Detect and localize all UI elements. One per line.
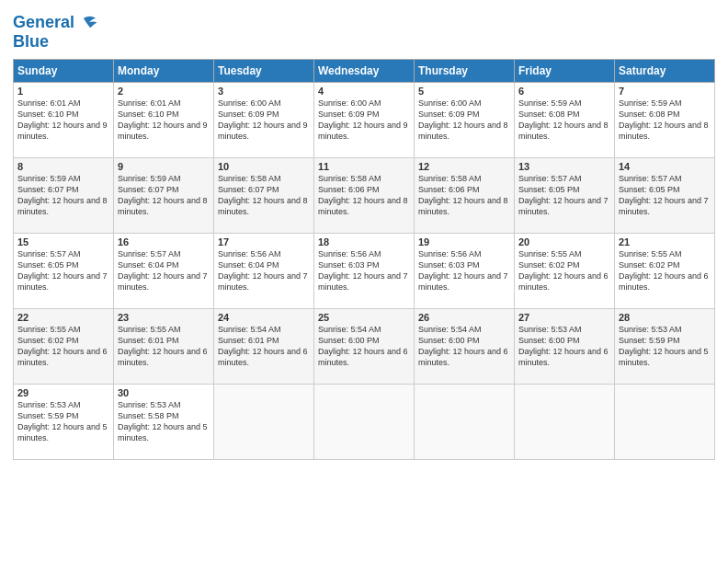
calendar-cell: 4 Sunrise: 6:00 AM Sunset: 6:09 PM Dayli… bbox=[314, 82, 415, 157]
cell-info: Sunrise: 6:00 AM Sunset: 6:09 PM Dayligh… bbox=[418, 98, 510, 143]
calendar-cell bbox=[415, 384, 515, 459]
cell-info: Sunrise: 5:53 AM Sunset: 5:59 PM Dayligh… bbox=[619, 324, 711, 369]
cell-info: Sunrise: 5:59 AM Sunset: 6:08 PM Dayligh… bbox=[619, 98, 711, 143]
day-number: 18 bbox=[318, 236, 410, 247]
day-number: 15 bbox=[17, 236, 109, 247]
cell-info: Sunrise: 5:58 AM Sunset: 6:06 PM Dayligh… bbox=[318, 173, 410, 218]
calendar-cell: 7 Sunrise: 5:59 AM Sunset: 6:08 PM Dayli… bbox=[615, 82, 715, 157]
day-number: 22 bbox=[17, 312, 109, 323]
calendar-cell: 13 Sunrise: 5:57 AM Sunset: 6:05 PM Dayl… bbox=[515, 157, 615, 233]
day-number: 5 bbox=[418, 86, 510, 97]
calendar-cell: 30 Sunrise: 5:53 AM Sunset: 5:58 PM Dayl… bbox=[114, 384, 214, 459]
calendar-cell: 15 Sunrise: 5:57 AM Sunset: 6:05 PM Dayl… bbox=[14, 233, 114, 308]
cell-info: Sunrise: 5:58 AM Sunset: 6:07 PM Dayligh… bbox=[218, 173, 310, 218]
calendar-cell: 16 Sunrise: 5:57 AM Sunset: 6:04 PM Dayl… bbox=[114, 233, 214, 308]
calendar-cell: 24 Sunrise: 5:54 AM Sunset: 6:01 PM Dayl… bbox=[214, 308, 314, 384]
cell-info: Sunrise: 5:59 AM Sunset: 6:07 PM Dayligh… bbox=[17, 173, 109, 218]
day-number: 4 bbox=[318, 86, 410, 97]
calendar-table: SundayMondayTuesdayWednesdayThursdayFrid… bbox=[13, 59, 715, 460]
day-header-sunday: Sunday bbox=[14, 59, 114, 82]
day-number: 19 bbox=[418, 236, 510, 247]
cell-info: Sunrise: 5:53 AM Sunset: 5:58 PM Dayligh… bbox=[118, 399, 210, 444]
logo-bird-icon bbox=[78, 13, 98, 33]
day-number: 26 bbox=[418, 312, 510, 323]
calendar-cell: 9 Sunrise: 5:59 AM Sunset: 6:07 PM Dayli… bbox=[114, 157, 214, 233]
cell-info: Sunrise: 6:01 AM Sunset: 6:10 PM Dayligh… bbox=[118, 98, 210, 143]
cell-info: Sunrise: 5:54 AM Sunset: 6:01 PM Dayligh… bbox=[218, 324, 310, 369]
calendar-cell: 18 Sunrise: 5:56 AM Sunset: 6:03 PM Dayl… bbox=[314, 233, 415, 308]
calendar-cell: 26 Sunrise: 5:54 AM Sunset: 6:00 PM Dayl… bbox=[415, 308, 515, 384]
cell-info: Sunrise: 6:01 AM Sunset: 6:10 PM Dayligh… bbox=[17, 98, 109, 143]
calendar-week-row: 8 Sunrise: 5:59 AM Sunset: 6:07 PM Dayli… bbox=[14, 157, 715, 233]
calendar-cell: 14 Sunrise: 5:57 AM Sunset: 6:05 PM Dayl… bbox=[615, 157, 715, 233]
day-header-wednesday: Wednesday bbox=[314, 59, 415, 82]
day-number: 2 bbox=[118, 86, 210, 97]
cell-info: Sunrise: 5:57 AM Sunset: 6:05 PM Dayligh… bbox=[17, 248, 109, 293]
calendar-cell: 19 Sunrise: 5:56 AM Sunset: 6:03 PM Dayl… bbox=[415, 233, 515, 308]
cell-info: Sunrise: 5:57 AM Sunset: 6:04 PM Dayligh… bbox=[118, 248, 210, 293]
calendar-cell: 28 Sunrise: 5:53 AM Sunset: 5:59 PM Dayl… bbox=[615, 308, 715, 384]
day-number: 1 bbox=[17, 86, 109, 97]
calendar-cell: 3 Sunrise: 6:00 AM Sunset: 6:09 PM Dayli… bbox=[214, 82, 314, 157]
day-number: 24 bbox=[218, 312, 310, 323]
cell-info: Sunrise: 6:00 AM Sunset: 6:09 PM Dayligh… bbox=[218, 98, 310, 143]
calendar-cell bbox=[214, 384, 314, 459]
day-number: 25 bbox=[318, 312, 410, 323]
cell-info: Sunrise: 5:55 AM Sunset: 6:02 PM Dayligh… bbox=[17, 324, 109, 369]
cell-info: Sunrise: 5:57 AM Sunset: 6:05 PM Dayligh… bbox=[619, 173, 711, 218]
calendar-cell: 11 Sunrise: 5:58 AM Sunset: 6:06 PM Dayl… bbox=[314, 157, 415, 233]
calendar-week-row: 15 Sunrise: 5:57 AM Sunset: 6:05 PM Dayl… bbox=[14, 233, 715, 308]
calendar-cell bbox=[515, 384, 615, 459]
cell-info: Sunrise: 5:58 AM Sunset: 6:06 PM Dayligh… bbox=[418, 173, 510, 218]
day-number: 29 bbox=[17, 387, 109, 398]
day-number: 20 bbox=[518, 236, 610, 247]
cell-info: Sunrise: 5:54 AM Sunset: 6:00 PM Dayligh… bbox=[318, 324, 410, 369]
calendar-header-row: SundayMondayTuesdayWednesdayThursdayFrid… bbox=[14, 59, 715, 82]
day-header-thursday: Thursday bbox=[415, 59, 515, 82]
calendar-cell: 12 Sunrise: 5:58 AM Sunset: 6:06 PM Dayl… bbox=[415, 157, 515, 233]
logo-text-general: General bbox=[13, 14, 74, 32]
calendar-cell: 23 Sunrise: 5:55 AM Sunset: 6:01 PM Dayl… bbox=[114, 308, 214, 384]
cell-info: Sunrise: 5:56 AM Sunset: 6:04 PM Dayligh… bbox=[218, 248, 310, 293]
day-number: 23 bbox=[118, 312, 210, 323]
day-header-saturday: Saturday bbox=[615, 59, 715, 82]
cell-info: Sunrise: 5:55 AM Sunset: 6:02 PM Dayligh… bbox=[518, 248, 610, 293]
day-header-tuesday: Tuesday bbox=[214, 59, 314, 82]
cell-info: Sunrise: 5:53 AM Sunset: 6:00 PM Dayligh… bbox=[518, 324, 610, 369]
cell-info: Sunrise: 5:55 AM Sunset: 6:02 PM Dayligh… bbox=[619, 248, 711, 293]
day-number: 3 bbox=[218, 86, 310, 97]
day-number: 28 bbox=[619, 312, 711, 323]
calendar-page: General Blue SundayMondayTuesdayWednesda… bbox=[0, 0, 728, 563]
calendar-cell: 25 Sunrise: 5:54 AM Sunset: 6:00 PM Dayl… bbox=[314, 308, 415, 384]
calendar-cell: 20 Sunrise: 5:55 AM Sunset: 6:02 PM Dayl… bbox=[515, 233, 615, 308]
calendar-week-row: 29 Sunrise: 5:53 AM Sunset: 5:59 PM Dayl… bbox=[14, 384, 715, 459]
day-number: 14 bbox=[619, 161, 711, 172]
calendar-cell: 1 Sunrise: 6:01 AM Sunset: 6:10 PM Dayli… bbox=[14, 82, 114, 157]
calendar-week-row: 22 Sunrise: 5:55 AM Sunset: 6:02 PM Dayl… bbox=[14, 308, 715, 384]
calendar-cell bbox=[314, 384, 415, 459]
day-number: 12 bbox=[418, 161, 510, 172]
day-header-monday: Monday bbox=[114, 59, 214, 82]
calendar-cell: 29 Sunrise: 5:53 AM Sunset: 5:59 PM Dayl… bbox=[14, 384, 114, 459]
cell-info: Sunrise: 5:53 AM Sunset: 5:59 PM Dayligh… bbox=[17, 399, 109, 444]
cell-info: Sunrise: 5:56 AM Sunset: 6:03 PM Dayligh… bbox=[318, 248, 410, 293]
day-number: 30 bbox=[118, 387, 210, 398]
day-number: 7 bbox=[619, 86, 711, 97]
day-number: 27 bbox=[518, 312, 610, 323]
cell-info: Sunrise: 5:59 AM Sunset: 6:07 PM Dayligh… bbox=[118, 173, 210, 218]
cell-info: Sunrise: 5:55 AM Sunset: 6:01 PM Dayligh… bbox=[118, 324, 210, 369]
day-header-friday: Friday bbox=[515, 59, 615, 82]
cell-info: Sunrise: 5:56 AM Sunset: 6:03 PM Dayligh… bbox=[418, 248, 510, 293]
logo-text-blue: Blue bbox=[13, 33, 98, 52]
day-number: 9 bbox=[118, 161, 210, 172]
day-number: 10 bbox=[218, 161, 310, 172]
day-number: 8 bbox=[17, 161, 109, 172]
page-header: General Blue bbox=[13, 9, 715, 52]
calendar-cell bbox=[615, 384, 715, 459]
calendar-cell: 22 Sunrise: 5:55 AM Sunset: 6:02 PM Dayl… bbox=[14, 308, 114, 384]
cell-info: Sunrise: 6:00 AM Sunset: 6:09 PM Dayligh… bbox=[318, 98, 410, 143]
calendar-cell: 27 Sunrise: 5:53 AM Sunset: 6:00 PM Dayl… bbox=[515, 308, 615, 384]
calendar-cell: 17 Sunrise: 5:56 AM Sunset: 6:04 PM Dayl… bbox=[214, 233, 314, 308]
day-number: 17 bbox=[218, 236, 310, 247]
calendar-cell: 5 Sunrise: 6:00 AM Sunset: 6:09 PM Dayli… bbox=[415, 82, 515, 157]
